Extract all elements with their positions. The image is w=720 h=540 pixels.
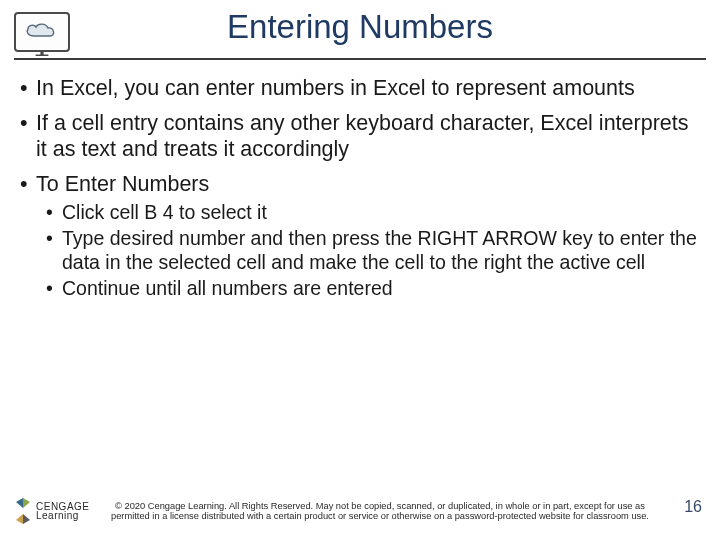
cengage-logo-text: CENGAGE Learning: [36, 502, 90, 520]
cengage-logo: CENGAGE Learning: [14, 498, 90, 524]
svg-marker-1: [23, 498, 30, 508]
svg-marker-3: [23, 514, 30, 524]
sub-bullet-item: • Click cell B 4 to select it: [46, 201, 700, 225]
bullet-marker: •: [20, 111, 36, 162]
bullet-marker: •: [46, 227, 62, 275]
logo-line2: Learning: [36, 511, 90, 520]
bullet-marker: •: [20, 76, 36, 101]
slide-footer: CENGAGE Learning © 2020 Cengage Learning…: [0, 476, 720, 530]
copyright-text: © 2020 Cengage Learning. All Rights Rese…: [110, 501, 650, 522]
bullet-text: If a cell entry contains any other keybo…: [36, 111, 700, 162]
bullet-text: To Enter Numbers: [36, 172, 209, 197]
sub-bullet-text: Continue until all numbers are entered: [62, 277, 393, 301]
slide-body: • In Excel, you can enter numbers in Exc…: [20, 76, 700, 309]
bullet-item: • To Enter Numbers: [20, 172, 700, 197]
sub-bullet-group: • Click cell B 4 to select it • Type des…: [20, 201, 700, 300]
svg-marker-0: [16, 498, 23, 508]
bullet-marker: •: [46, 277, 62, 301]
sub-bullet-text: Click cell B 4 to select it: [62, 201, 267, 225]
bullet-item: • If a cell entry contains any other key…: [20, 111, 700, 162]
svg-marker-2: [16, 514, 23, 524]
bullet-item: • In Excel, you can enter numbers in Exc…: [20, 76, 700, 101]
bullet-text: In Excel, you can enter numbers in Excel…: [36, 76, 635, 101]
sub-bullet-text: Type desired number and then press the R…: [62, 227, 700, 275]
slide: Entering Numbers • In Excel, you can ent…: [0, 0, 720, 540]
sub-bullet-item: • Continue until all numbers are entered: [46, 277, 700, 301]
slide-title: Entering Numbers: [0, 0, 720, 46]
cengage-logo-mark-icon: [14, 498, 32, 524]
sub-bullet-item: • Type desired number and then press the…: [46, 227, 700, 275]
title-underline: [14, 58, 706, 60]
bullet-marker: •: [46, 201, 62, 225]
bullet-marker: •: [20, 172, 36, 197]
page-number: 16: [684, 498, 702, 516]
